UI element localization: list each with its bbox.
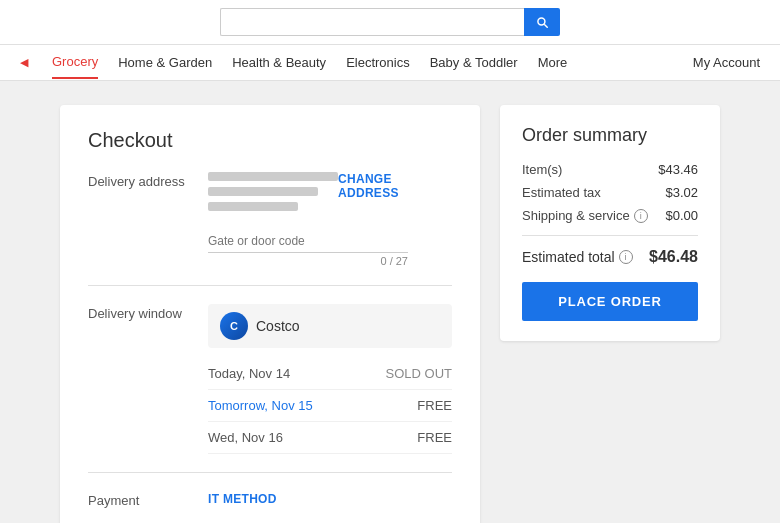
summary-tax-value: $3.02 (665, 185, 698, 200)
nav-item-baby-toddler[interactable]: Baby & Toddler (430, 47, 518, 78)
gate-code-input[interactable] (208, 230, 408, 253)
checkout-card: Checkout Delivery address CHANGE ADDRESS… (60, 105, 480, 523)
store-icon: C (220, 312, 248, 340)
store-name: Costco (256, 318, 300, 334)
change-address-button[interactable]: CHANGE ADDRESS (338, 172, 452, 200)
order-summary-title: Order summary (522, 125, 698, 146)
slot-cost-tomorrow: FREE (417, 398, 452, 413)
nav-bar: ◀ Grocery Home & Garden Health & Beauty … (0, 45, 780, 81)
total-info-icon[interactable]: i (619, 250, 633, 264)
store-badge: C Costco (208, 304, 452, 348)
section-divider-2 (88, 472, 452, 473)
address-line-2 (208, 187, 318, 196)
delivery-address-section: Delivery address CHANGE ADDRESS (88, 172, 452, 214)
slot-row-wed[interactable]: Wed, Nov 16 FREE (208, 422, 452, 454)
payment-label: Payment (88, 491, 208, 508)
estimated-total-value: $46.48 (649, 248, 698, 266)
address-lines (208, 172, 338, 214)
search-button[interactable] (524, 8, 560, 36)
summary-row-items: Item(s) $43.46 (522, 162, 698, 177)
nav-left: ◀ Grocery Home & Garden Health & Beauty … (20, 46, 567, 79)
address-line-1 (208, 172, 338, 181)
estimated-total-label: Estimated total i (522, 249, 633, 265)
shipping-info-icon[interactable]: i (634, 209, 648, 223)
summary-tax-label: Estimated tax (522, 185, 601, 200)
delivery-window-content: C Costco Today, Nov 14 SOLD OUT Tomorrow… (208, 304, 452, 454)
summary-row-shipping: Shipping & service i $0.00 (522, 208, 698, 223)
checkout-title: Checkout (88, 129, 452, 152)
summary-items-label: Item(s) (522, 162, 562, 177)
nav-item-home-garden[interactable]: Home & Garden (118, 47, 212, 78)
payment-section: Payment IT METHOD (88, 491, 452, 508)
nav-arrow: ◀ (20, 56, 28, 69)
delivery-address-content: CHANGE ADDRESS (208, 172, 452, 214)
summary-shipping-label: Shipping & service i (522, 208, 648, 223)
section-divider-1 (88, 285, 452, 286)
gate-code-section: 0 / 27 (208, 230, 452, 267)
edit-method-button[interactable]: IT METHOD (208, 492, 277, 506)
summary-divider (522, 235, 698, 236)
slot-status-today: SOLD OUT (386, 366, 452, 381)
nav-item-grocery[interactable]: Grocery (52, 46, 98, 79)
delivery-address-label: Delivery address (88, 172, 208, 189)
slot-cost-wed: FREE (417, 430, 452, 445)
main-content: Checkout Delivery address CHANGE ADDRESS… (0, 81, 780, 523)
nav-item-health-beauty[interactable]: Health & Beauty (232, 47, 326, 78)
slot-date-wed: Wed, Nov 16 (208, 430, 283, 445)
slot-row-today[interactable]: Today, Nov 14 SOLD OUT (208, 358, 452, 390)
summary-row-tax: Estimated tax $3.02 (522, 185, 698, 200)
address-line-3 (208, 202, 298, 211)
my-account-link[interactable]: My Account (693, 55, 760, 70)
search-icon (535, 15, 549, 29)
estimated-total-row: Estimated total i $46.48 (522, 248, 698, 266)
summary-items-value: $43.46 (658, 162, 698, 177)
nav-item-electronics[interactable]: Electronics (346, 47, 410, 78)
slot-row-tomorrow[interactable]: Tomorrow, Nov 15 FREE (208, 390, 452, 422)
address-block: CHANGE ADDRESS (208, 172, 452, 214)
char-count: 0 / 27 (208, 255, 408, 267)
search-wrapper (220, 8, 560, 36)
delivery-window-label: Delivery window (88, 304, 208, 321)
slot-date-tomorrow: Tomorrow, Nov 15 (208, 398, 313, 413)
place-order-button[interactable]: PLACE ORDER (522, 282, 698, 321)
delivery-window-section: Delivery window C Costco Today, Nov 14 S… (88, 304, 452, 454)
top-bar (0, 0, 780, 45)
order-summary-card: Order summary Item(s) $43.46 Estimated t… (500, 105, 720, 341)
search-input[interactable] (220, 8, 524, 36)
summary-shipping-value: $0.00 (665, 208, 698, 223)
slot-date-today: Today, Nov 14 (208, 366, 290, 381)
payment-content: IT METHOD (208, 491, 452, 506)
nav-item-more[interactable]: More (538, 47, 568, 78)
